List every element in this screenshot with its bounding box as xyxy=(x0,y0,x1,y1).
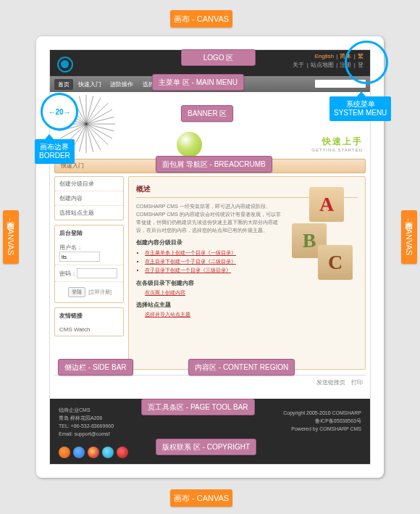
annot-content: 内容区 - CONTENT REGION xyxy=(188,359,295,376)
link-sitemap[interactable]: 站点地图 xyxy=(311,62,334,68)
annot-border-circle: ←20→ xyxy=(41,93,78,130)
annot-pagetool: 页工具条区 - PAGE TOOL BAR xyxy=(141,399,255,415)
svg-line-17 xyxy=(86,124,93,152)
browser-icons xyxy=(59,447,128,458)
annot-banner: BANNER 区 xyxy=(181,105,233,122)
pwd-input[interactable] xyxy=(77,268,117,278)
annot-systemmenu-ring xyxy=(345,41,388,84)
feedback-link[interactable]: 发送链接页 xyxy=(316,379,345,386)
chrome-icon xyxy=(88,447,99,458)
content-h3: 选择站点主题 xyxy=(136,301,358,309)
link-item[interactable]: CMS Watch xyxy=(55,323,123,336)
login-title: 后台登陆 xyxy=(55,225,123,241)
lang-english[interactable]: English xyxy=(315,53,334,59)
getting-started-label: 快速上手 GETTING STARTED xyxy=(311,136,363,152)
links-title: 友情链接 xyxy=(55,308,123,323)
svg-line-14 xyxy=(86,117,114,124)
content-region: 概述 COMSHARP CMS 一经安装部署，即可进入内容建设阶段。COMSHA… xyxy=(128,176,366,370)
user-input[interactable] xyxy=(59,252,100,262)
annot-logo: LOGO 区 xyxy=(181,49,256,66)
annot-copyright: 版权联系 区 - COPYRIGHT xyxy=(156,439,256,455)
svg-line-15 xyxy=(86,124,114,131)
sidebar-nav-item[interactable]: 创建内容 xyxy=(55,191,123,206)
sidebar-nav-item[interactable]: 选择站点主题 xyxy=(55,206,123,220)
svg-line-12 xyxy=(86,96,93,124)
firefox-icon xyxy=(59,447,70,458)
sidebar-login: 后台登陆 用户名： 密码： 登陆 [立即注册] xyxy=(54,225,124,303)
annot-mainmenu: 主菜单 区 - MAIN MENU xyxy=(152,74,244,91)
pwd-label: 密码： xyxy=(59,270,77,277)
user-label: 用户名： xyxy=(59,244,83,251)
sidebar-nav: 创建分级目录 创建内容 选择站点主题 xyxy=(54,176,124,220)
content-link[interactable]: 选择并导入站点主题 xyxy=(145,312,190,317)
content-link[interactable]: 在主目录下创建一个子目录《二级目录》 xyxy=(145,259,236,264)
cube-c: C xyxy=(318,245,353,280)
svg-line-18 xyxy=(79,124,86,152)
register-link[interactable]: [立即注册] xyxy=(88,289,112,294)
green-circle-icon xyxy=(177,132,202,157)
logo-icon xyxy=(57,57,73,72)
content-link[interactable]: 在页面上创建内容 xyxy=(145,290,185,295)
page-tool-bar: 发送链接页 打印 xyxy=(54,375,366,391)
print-link[interactable]: 打印 xyxy=(351,379,363,386)
banner-area: 快速上手 GETTING STARTED xyxy=(50,92,370,159)
menu-item-home[interactable]: 首页 xyxy=(54,79,73,90)
annot-canvas-right: 画布 - CANVAS xyxy=(401,210,417,264)
annot-systemmenu-box: 系统菜单SYSTEM MENU xyxy=(329,96,391,121)
annot-border-box: 画布边界BORDER xyxy=(35,139,75,164)
footer-copyright: Copyright 2005-2010 COMSHARP鲁ICP备0503856… xyxy=(283,409,361,433)
content-link[interactable]: 在子目录下创建一个目录《三级目录》 xyxy=(145,268,231,273)
sidebar-links: 友情链接 CMS Watch xyxy=(54,307,124,336)
abc-blocks-image: A B C xyxy=(287,187,356,281)
annot-sidebar: 侧边栏 - SIDE BAR xyxy=(58,359,133,376)
cube-a: A xyxy=(309,187,344,222)
menu-item-advanced[interactable]: 进阶操作 xyxy=(106,79,137,90)
sidebar-nav-item[interactable]: 创建分级目录 xyxy=(55,177,123,191)
opera-icon xyxy=(117,447,128,458)
annot-canvas-left: 画布 - CANVAS xyxy=(3,210,19,264)
safari-icon xyxy=(102,447,114,458)
ie-icon xyxy=(73,447,85,458)
svg-line-23 xyxy=(79,96,86,124)
content-link[interactable]: 在主菜单条上创建一个目录《一级目录》 xyxy=(145,250,236,255)
annot-breadcrumb: 面包屑 导航区 - BREADCRUMB xyxy=(156,156,272,173)
sidebar: 创建分级目录 创建内容 选择站点主题 后台登陆 用户名： 密码： 登陆 [立即注… xyxy=(54,176,124,370)
annot-canvas-top: 画布 - CANVAS xyxy=(170,10,232,28)
footer-contact: 锐商企业CMS青岛 榉林花园A206 TEL: +86-532-83669660… xyxy=(59,406,114,438)
menu-item-quickstart[interactable]: 快速入门 xyxy=(75,79,105,90)
annot-canvas-bottom: 画布 - CANVAS xyxy=(170,489,232,507)
link-about[interactable]: 关于 xyxy=(293,62,304,68)
login-button[interactable]: 登陆 xyxy=(68,287,85,297)
